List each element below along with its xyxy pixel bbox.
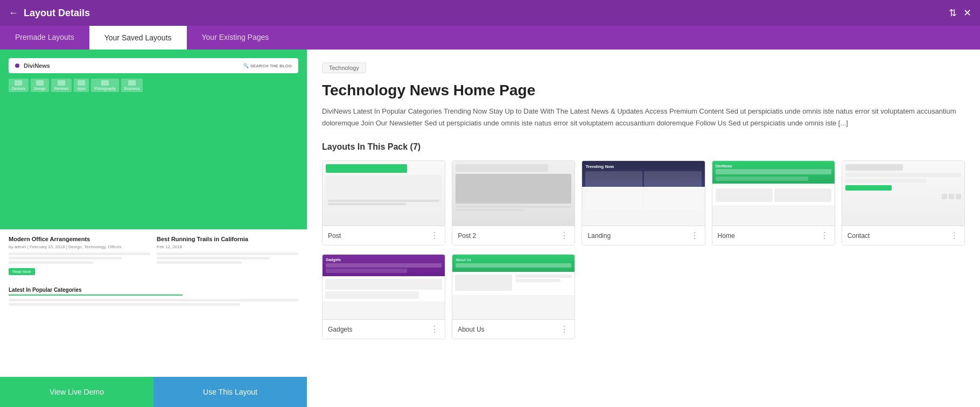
preview-post-line-1 [9, 252, 150, 255]
header: ← Layout Details ⇅ ✕ [0, 0, 980, 26]
preview-post-right: Best Running Trails in California Feb 12… [157, 236, 298, 279]
cat-apps: Apps [74, 79, 89, 92]
preview-categories: Devices Design Reviews Apps [9, 79, 298, 92]
layout-thumb-gadgets[interactable]: Gadgets Gadgets ⋮ [322, 254, 445, 339]
thumb-name-landing: Landing [587, 232, 611, 240]
tag-badge: Technology [322, 62, 366, 73]
preview-latest-line-1 [9, 299, 298, 301]
thumb-dots-post[interactable]: ⋮ [430, 230, 439, 241]
thumb-img-home: DiviNews [712, 161, 835, 226]
preview-post-line-2 [9, 257, 122, 259]
cat-icon-devices [15, 80, 22, 86]
back-icon[interactable]: ← [9, 8, 18, 19]
thumb-footer-post2: Post 2 ⋮ [452, 226, 575, 245]
layout-thumb-contact[interactable]: Contact ⋮ [842, 160, 965, 245]
preview-post-title: Modern Office Arrangements [9, 236, 150, 242]
thumb-name-contact: Contact [848, 232, 870, 240]
left-panel: DiviNews 🔍 SEARCH THE BLOG Devices Desig… [0, 50, 307, 407]
preview-read-more[interactable]: Read More [9, 268, 35, 275]
header-icons: ⇅ ✕ [949, 7, 971, 19]
preview-post2-meta: Feb 12, 2018 [157, 244, 298, 249]
preview-bottom: Modern Office Arrangements by admin | Fe… [0, 229, 307, 377]
thumb-img-gadgets: Gadgets [323, 255, 445, 319]
tab-existing[interactable]: Your Existing Pages [187, 26, 284, 50]
cat-reviews: Reviews [51, 79, 72, 92]
thumb-footer-gadgets: Gadgets ⋮ [323, 319, 445, 339]
preview-post2-line-3 [157, 261, 242, 264]
preview-post2-title: Best Running Trails in California [157, 236, 298, 242]
header-left: ← Layout Details [9, 8, 90, 19]
thumb-footer-post: Post ⋮ [323, 226, 445, 245]
thumb-img-contact [842, 161, 964, 226]
layout-thumb-post2[interactable]: Post 2 ⋮ [452, 160, 575, 245]
use-layout-button[interactable]: Use This Layout [153, 377, 307, 407]
thumb-name-post2: Post 2 [458, 232, 476, 240]
thumb-dots-about[interactable]: ⋮ [560, 324, 569, 334]
tab-saved[interactable]: Your Saved Layouts [89, 26, 187, 50]
tab-premade[interactable]: Premade Layouts [0, 26, 89, 50]
layout-thumb-home[interactable]: DiviNews Home ⋮ [712, 160, 835, 245]
thumb-footer-landing: Landing ⋮ [582, 226, 704, 245]
layout-title: Technology News Home Page [322, 82, 965, 99]
thumb-footer-home: Home ⋮ [712, 226, 835, 245]
preview-post2-line-1 [157, 252, 298, 255]
cat-icon-reviews [58, 80, 65, 86]
thumb-dots-post2[interactable]: ⋮ [560, 230, 569, 241]
nav-dot [15, 64, 19, 68]
layouts-grid-row2: Gadgets Gadgets ⋮ [322, 254, 965, 339]
view-demo-button[interactable]: View Live Demo [0, 377, 153, 407]
header-title: Layout Details [24, 8, 90, 19]
preview-actions: View Live Demo Use This Layout [0, 377, 307, 407]
cat-icon-apps [78, 80, 85, 86]
cat-devices: Devices [9, 79, 29, 92]
layout-thumb-post[interactable]: Post ⋮ [322, 160, 445, 245]
thumb-footer-contact: Contact ⋮ [842, 226, 964, 245]
cat-business: Business [121, 79, 143, 92]
preview-post-line-3 [9, 261, 94, 264]
layouts-grid: Post ⋮ Post 2 ⋮ [322, 160, 965, 245]
thumb-name-post: Post [328, 232, 341, 240]
thumb-img-landing: Trending Now [582, 161, 704, 226]
layout-thumb-landing[interactable]: Trending Now Landing ⋮ [582, 160, 705, 245]
cat-icon-photography [101, 80, 109, 86]
main-content: DiviNews 🔍 SEARCH THE BLOG Devices Desig… [0, 50, 980, 407]
preview-posts-row: Modern Office Arrangements by admin | Fe… [9, 236, 298, 279]
thumb-dots-gadgets[interactable]: ⋮ [430, 324, 439, 334]
thumb-name-gadgets: Gadgets [328, 326, 352, 333]
preview-latest-line-2 [9, 303, 240, 306]
thumb-dots-landing[interactable]: ⋮ [690, 230, 699, 241]
cat-design: Design [31, 79, 49, 92]
close-icon[interactable]: ✕ [963, 7, 971, 19]
nav-search[interactable]: 🔍 SEARCH THE BLOG [243, 64, 292, 68]
preview-latest-title: Latest In Popular Categories [9, 287, 183, 296]
thumb-name-about: About Us [458, 326, 484, 333]
nav-brand: DiviNews [24, 62, 50, 69]
thumb-img-post2 [452, 161, 575, 226]
preview-image: DiviNews 🔍 SEARCH THE BLOG Devices Desig… [0, 50, 307, 377]
thumb-name-home: Home [718, 232, 735, 240]
preview-nav: DiviNews 🔍 SEARCH THE BLOG [9, 58, 298, 73]
layout-description: DiviNews Latest In Popular Categories Tr… [322, 106, 965, 129]
tabs-bar: Premade Layouts Your Saved Layouts Your … [0, 26, 980, 50]
right-panel: Technology Technology News Home Page Div… [307, 50, 980, 407]
preview-post2-line-2 [157, 257, 270, 259]
thumb-footer-about: About Us ⋮ [452, 319, 575, 339]
preview-top: DiviNews 🔍 SEARCH THE BLOG Devices Desig… [0, 50, 307, 229]
preview-post-left: Modern Office Arrangements by admin | Fe… [9, 236, 150, 279]
cat-icon-design [36, 80, 44, 86]
sort-icon[interactable]: ⇅ [949, 7, 957, 19]
layout-thumb-about[interactable]: About Us About Us [452, 254, 575, 339]
thumb-dots-home[interactable]: ⋮ [820, 230, 829, 241]
thumb-dots-contact[interactable]: ⋮ [950, 230, 959, 241]
cat-photography: Photography [91, 79, 119, 92]
thumb-img-post [323, 161, 445, 226]
pack-title: Layouts In This Pack (7) [322, 142, 965, 152]
preview-post-meta: by admin | February 15, 2018 | Design, T… [9, 244, 150, 249]
thumb-img-about: About Us [452, 255, 575, 319]
cat-icon-business [128, 80, 136, 86]
